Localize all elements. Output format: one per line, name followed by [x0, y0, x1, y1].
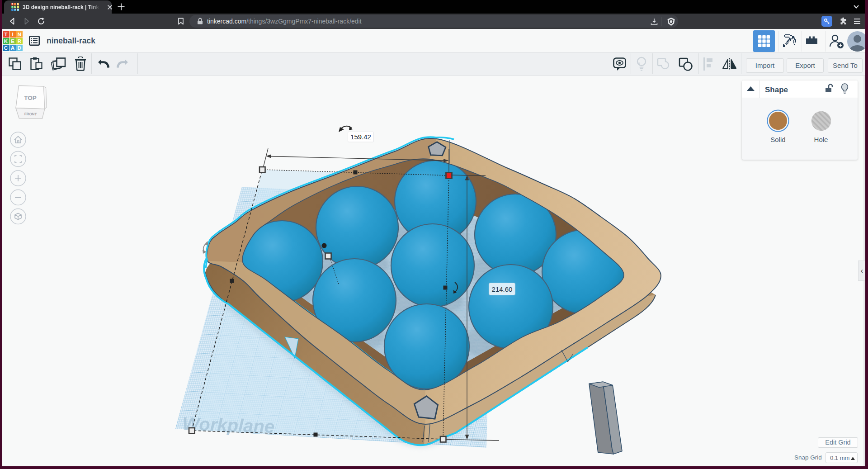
- svg-text:A: A: [11, 45, 14, 51]
- svg-text:C: C: [4, 45, 8, 51]
- svg-text:D: D: [18, 45, 21, 51]
- svg-text:E: E: [14, 6, 16, 8]
- svg-text:I: I: [15, 3, 15, 5]
- svg-text:214.60: 214.60: [492, 285, 513, 293]
- svg-text:159.42: 159.42: [350, 133, 371, 141]
- svg-text:K: K: [4, 38, 8, 44]
- svg-text:R: R: [18, 38, 22, 44]
- svg-text:T: T: [4, 32, 7, 37]
- svg-text:E: E: [11, 38, 14, 44]
- svg-text:TOP: TOP: [24, 95, 37, 101]
- svg-text:T: T: [12, 3, 13, 5]
- svg-text:N: N: [18, 32, 21, 37]
- svg-text:FRONT: FRONT: [24, 112, 37, 116]
- svg-text:I: I: [12, 32, 13, 37]
